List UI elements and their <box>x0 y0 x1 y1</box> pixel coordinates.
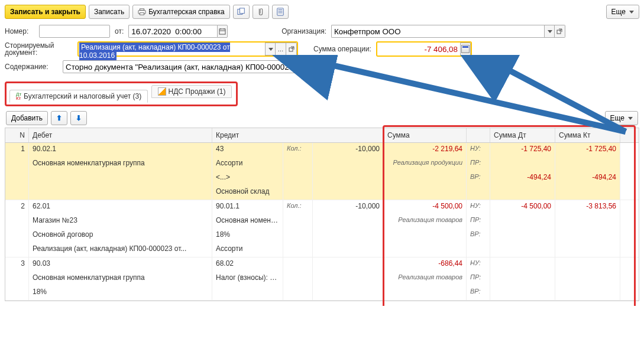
sum-kt <box>555 272 620 286</box>
debit-detail: Основная номенклатурная группа <box>29 157 212 171</box>
tab-vat[interactable]: НДС Продажи (1) <box>151 85 232 98</box>
debit-detail <box>29 171 212 185</box>
cell <box>384 286 467 300</box>
cell <box>5 157 29 171</box>
col-header-debit[interactable]: Дебет <box>29 128 212 142</box>
debit-detail: Магазин №23 <box>29 214 212 229</box>
sum-kt <box>555 257 620 272</box>
row-number: 3 <box>5 257 29 272</box>
credit-account[interactable]: 90.01.1 <box>212 200 283 214</box>
sum-desc: Реализация продукции <box>384 157 467 171</box>
tabs-highlight-box: ДтКт Бухгалтерский и налоговый учет (3) … <box>5 81 238 106</box>
doc-list-button[interactable] <box>272 5 289 19</box>
attach-button[interactable] <box>253 5 269 19</box>
row-number: 1 <box>5 143 29 157</box>
arrow-down-icon: ⬇ <box>76 114 82 122</box>
table-more-label: Еще <box>610 114 624 122</box>
tab-accounting[interactable]: ДтКт Бухгалтерский и налоговый учет (3) <box>9 90 148 103</box>
cell <box>313 171 384 185</box>
qty-label: Кол.: <box>283 200 313 214</box>
form-row-reversing: Сторнируемый документ: Реализация (акт, … <box>5 41 639 57</box>
sum-kt: -1 725,40 <box>555 143 620 157</box>
qty-value <box>313 257 384 272</box>
content-input[interactable] <box>63 60 314 73</box>
vr-label: ВР: <box>467 286 490 300</box>
reversing-label: Сторнируемый документ: <box>5 42 73 56</box>
table-row[interactable]: 262.0190.01.1Кол.:-10,000-4 500,00НУ:-4 … <box>5 200 639 257</box>
cell <box>384 171 467 185</box>
copy-group-button[interactable] <box>233 5 250 19</box>
org-open-button[interactable] <box>555 25 565 38</box>
qty-value: -10,000 <box>313 200 384 214</box>
cell <box>384 229 467 243</box>
doclist-icon <box>276 8 284 16</box>
sum-kt <box>555 214 620 229</box>
org-dropdown-button[interactable] <box>544 25 555 38</box>
svg-rect-5 <box>277 8 284 15</box>
credit-detail: Ассорти <box>212 157 283 171</box>
chevron-down-icon <box>268 48 273 51</box>
number-input[interactable] <box>39 25 110 38</box>
cell <box>5 229 29 243</box>
debit-detail: Основная номенклатурная группа <box>29 272 212 286</box>
chevron-down-icon <box>548 30 552 33</box>
more-button[interactable]: Еще <box>606 5 639 19</box>
cell <box>313 272 384 286</box>
table-row[interactable]: 190.02.143Кол.:-10,000-2 219,64НУ:-1 725… <box>5 143 639 200</box>
calculator-icon <box>461 45 470 53</box>
col-header-taxtype <box>467 128 490 142</box>
content-label: Содержание: <box>5 63 58 71</box>
col-header-sumdt[interactable]: Сумма Дт <box>490 128 555 142</box>
org-label: Организация: <box>281 27 326 35</box>
opsum-calc-button[interactable] <box>460 43 471 56</box>
cell <box>283 185 313 200</box>
number-label: Номер: <box>5 27 34 35</box>
reversing-ellipsis-button[interactable]: … <box>276 43 286 56</box>
arrow-up-icon: ⬆ <box>56 114 62 122</box>
move-up-button[interactable]: ⬆ <box>51 111 67 125</box>
credit-account[interactable]: 68.02 <box>212 257 283 272</box>
reversing-dropdown-button[interactable] <box>265 43 276 56</box>
debit-account[interactable]: 62.01 <box>29 200 212 214</box>
table-row[interactable]: 390.0368.02-686,44НУ:Основная номенклату… <box>5 257 639 301</box>
col-header-sumkt[interactable]: Сумма Кт <box>555 128 620 142</box>
pr-label: ПР: <box>467 272 490 286</box>
more-label: Еще <box>611 8 626 16</box>
col-header-credit[interactable]: Кредит <box>212 128 384 142</box>
sum-value: -4 500,00 <box>384 200 467 214</box>
reversing-doc-value[interactable]: Реализация (акт, накладная) КП00-000023 … <box>79 43 230 60</box>
add-row-button[interactable]: Добавить <box>6 111 48 125</box>
debit-account[interactable]: 90.02.1 <box>29 143 212 157</box>
main-toolbar: Записать и закрыть Записать Бухгалтерска… <box>5 5 639 19</box>
col-header-n[interactable]: N <box>5 128 29 142</box>
cell <box>313 286 384 300</box>
credit-detail: <...> <box>212 171 283 185</box>
col-header-sum[interactable]: Сумма <box>384 128 467 142</box>
cell <box>490 243 555 257</box>
cell <box>384 243 467 257</box>
nu-label: НУ: <box>467 257 490 272</box>
accounting-note-button[interactable]: Бухгалтерская справка <box>132 5 230 19</box>
save-button[interactable]: Записать <box>89 5 130 19</box>
cell <box>313 157 384 171</box>
org-input[interactable] <box>331 25 544 38</box>
sum-dt <box>490 214 555 229</box>
debit-detail: Основной договор <box>29 229 212 243</box>
opsum-input[interactable] <box>377 43 460 56</box>
debit-account[interactable]: 90.03 <box>29 257 212 272</box>
move-down-button[interactable]: ⬇ <box>70 111 87 125</box>
date-input[interactable] <box>128 25 217 38</box>
cell <box>467 243 490 257</box>
calendar-button[interactable] <box>217 25 228 38</box>
calendar-icon <box>219 28 226 35</box>
sum-dt <box>490 257 555 272</box>
debit-detail: Реализация (акт, накладная) КП00-000023 … <box>29 243 212 257</box>
cell <box>5 243 29 257</box>
credit-account[interactable]: 43 <box>212 143 283 157</box>
sum-kt <box>555 229 620 243</box>
save-close-button[interactable]: Записать и закрыть <box>5 5 86 19</box>
table-more-button[interactable]: Еще <box>605 111 638 125</box>
svg-rect-4 <box>240 8 244 14</box>
reversing-open-button[interactable] <box>286 43 297 56</box>
debit-detail: 18% <box>29 286 212 300</box>
